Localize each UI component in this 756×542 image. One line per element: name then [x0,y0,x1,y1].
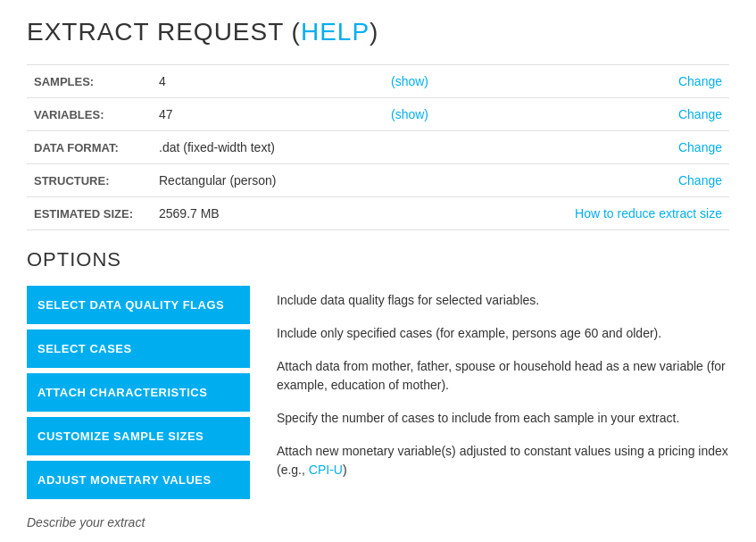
change-link-1[interactable]: Change [678,107,722,121]
info-action-2[interactable]: Change [562,131,729,164]
show-link-0[interactable]: (show) [391,74,428,88]
info-label-4: ESTIMATED SIZE: [27,197,152,230]
change-link-0[interactable]: Change [678,74,722,88]
info-show-0[interactable]: (show) [384,65,562,98]
paren-open: ( [292,18,301,46]
page-title: EXTRACT REQUEST (HELP) [27,18,729,46]
option-btn-3[interactable]: CUSTOMIZE SAMPLE SIZES [27,417,250,455]
info-value-0: 4 [152,65,384,98]
option-desc-2: Attach data from mother, father, spouse … [277,352,729,400]
info-label-3: STRUCTURE: [27,164,152,197]
info-action-0[interactable]: Change [562,65,729,98]
option-desc-3: Specify the number of cases to include f… [277,404,729,433]
info-show-2 [384,131,562,164]
option-btn-4[interactable]: ADJUST MONETARY VALUES [27,461,250,499]
change-link-3[interactable]: Change [678,173,722,188]
option-desc-1: Include only specified cases (for exampl… [277,319,729,348]
info-action-4[interactable]: How to reduce extract size [562,197,729,230]
cpi-link[interactable]: CPI-U [309,463,343,477]
options-buttons: SELECT DATA QUALITY FLAGSSELECT CASESATT… [27,286,250,499]
show-link-1[interactable]: (show) [391,107,428,121]
info-action-1[interactable]: Change [562,98,729,131]
info-value-1: 47 [152,98,384,131]
info-value-4: 2569.7 MB [152,197,384,230]
option-btn-2[interactable]: ATTACH CHARACTERISTICS [27,373,250,412]
page-title-text: EXTRACT REQUEST [27,18,284,46]
info-label-1: VARIABLES: [27,98,152,131]
info-value-3: Rectangular (person) [152,164,384,197]
options-descriptions: Include data quality flags for selected … [250,286,729,499]
options-grid: SELECT DATA QUALITY FLAGSSELECT CASESATT… [27,286,729,499]
info-show-4 [384,197,562,230]
change-link-2[interactable]: Change [678,140,722,154]
info-show-1[interactable]: (show) [384,98,562,131]
option-desc-0: Include data quality flags for selected … [277,286,729,315]
option-btn-0[interactable]: SELECT DATA QUALITY FLAGS [27,286,250,324]
info-label-0: SAMPLES: [27,65,152,98]
info-value-2: .dat (fixed-width text) [152,131,384,164]
info-action-3[interactable]: Change [562,164,729,197]
options-title: OPTIONS [27,248,729,271]
info-label-2: DATA FORMAT: [27,131,152,164]
describe-extract-label: Describe your extract [27,515,729,529]
help-link[interactable]: HELP [301,18,370,46]
option-desc-4: Attach new monetary variable(s) adjusted… [277,437,729,485]
info-show-3 [384,164,562,197]
paren-close: ) [370,18,378,46]
reduce-link[interactable]: How to reduce extract size [575,206,722,221]
option-btn-1[interactable]: SELECT CASES [27,329,250,368]
info-table: SAMPLES:4(show)ChangeVARIABLES:47(show)C… [27,64,729,230]
